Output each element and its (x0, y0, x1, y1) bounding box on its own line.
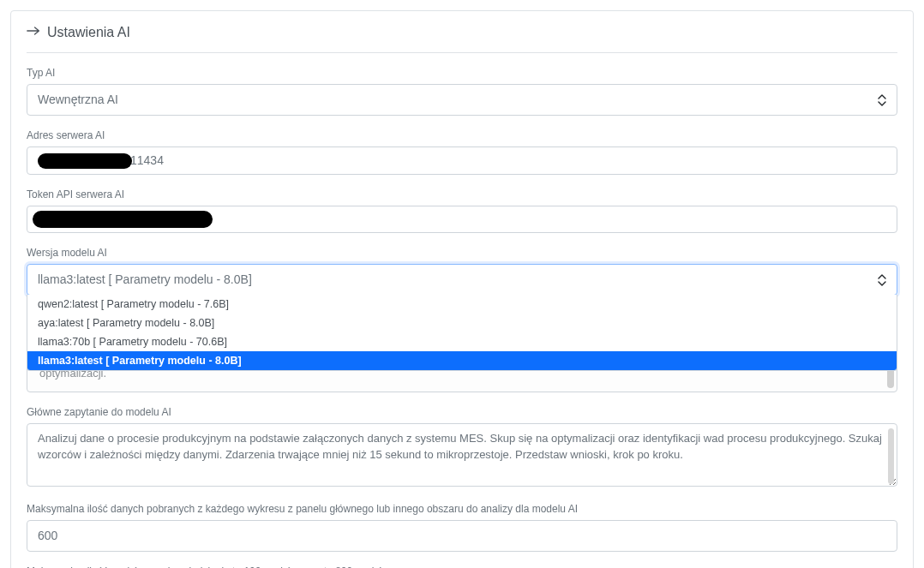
dropdown-model-version: llama3:latest [ Parametry modelu - 8.0B]… (27, 264, 897, 296)
input-api-token[interactable] (27, 206, 897, 233)
field-main-query: Główne zapytanie do modelu AI (27, 406, 897, 490)
label-max-data: Maksymalna ilość danych pobranych z każd… (27, 503, 897, 515)
sort-icon (878, 94, 886, 106)
label-model-version: Wersja modelu AI (27, 247, 897, 259)
label-api-token: Token API serwera AI (27, 188, 897, 200)
select-type-ai[interactable]: Wewnętrzna AI (27, 84, 897, 116)
select-model-version[interactable]: llama3:latest [ Parametry modelu - 8.0B] (27, 264, 897, 296)
select-model-version-value: llama3:latest [ Parametry modelu - 8.0B] (38, 271, 252, 289)
scrollbar[interactable] (888, 428, 894, 485)
input-max-data[interactable] (27, 520, 897, 552)
field-max-data: Maksymalna ilość danych pobranych z każd… (27, 503, 897, 552)
redacted-api-token (33, 211, 213, 228)
card-title: Ustawienia AI (47, 25, 130, 40)
field-type-ai: Typ AI Wewnętrzna AI (27, 67, 897, 116)
label-type-ai: Typ AI (27, 67, 897, 79)
dropdown-option[interactable]: llama3:70b [ Parametry modelu - 70.6B] (27, 332, 897, 351)
card-header: Ustawienia AI (27, 25, 897, 53)
dropdown-option[interactable]: qwen2:latest [ Parametry modelu - 7.6B] (27, 295, 897, 314)
input-server-address[interactable]: 11434 (27, 146, 897, 175)
dropdown-option-selected[interactable]: llama3:latest [ Parametry modelu - 8.0B] (27, 351, 897, 370)
arrow-right-icon (27, 25, 40, 40)
label-main-query: Główne zapytanie do modelu AI (27, 406, 897, 418)
dropdown-list-model-version: qwen2:latest [ Parametry modelu - 7.6B] … (27, 295, 897, 371)
label-server-address: Adres serwera AI (27, 129, 897, 141)
server-address-suffix: 11434 (130, 152, 164, 170)
redacted-server-address (38, 153, 132, 169)
dropdown-option[interactable]: aya:latest [ Parametry modelu - 8.0B] (27, 314, 897, 332)
field-api-token: Token API serwera AI (27, 188, 897, 233)
textarea-main-query[interactable] (27, 423, 897, 487)
field-model-version: Wersja modelu AI llama3:latest [ Paramet… (27, 247, 897, 392)
select-type-ai-value: Wewnętrzna AI (38, 91, 118, 109)
settings-card: Ustawienia AI Typ AI Wewnętrzna AI Adres… (10, 10, 914, 568)
sort-icon (878, 274, 886, 286)
field-server-address: Adres serwera AI 11434 (27, 129, 897, 175)
